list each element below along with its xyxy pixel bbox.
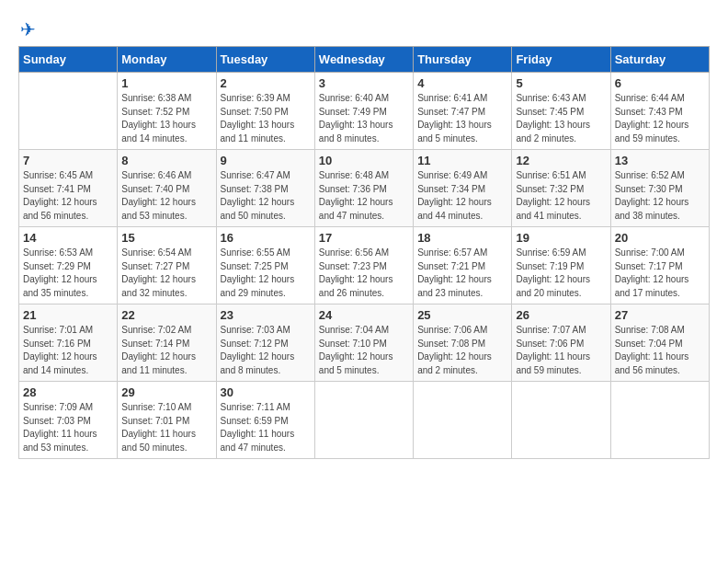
calendar-cell: 25 Sunrise: 7:06 AM Sunset: 7:08 PM Dayl… [414,304,512,382]
calendar-cell [414,382,512,459]
daylight-text: Daylight: 11 hours and 59 minutes. [516,351,590,375]
calendar-cell: 22 Sunrise: 7:02 AM Sunset: 7:14 PM Dayl… [118,304,216,382]
daylight-text: Daylight: 11 hours and 53 minutes. [23,429,97,453]
calendar-cell: 20 Sunrise: 7:00 AM Sunset: 7:17 PM Dayl… [610,227,709,304]
sunrise-text: Sunrise: 7:07 AM [516,325,586,335]
daylight-text: Daylight: 12 hours and 59 minutes. [615,120,689,144]
sunset-text: Sunset: 7:45 PM [516,107,584,117]
daylight-text: Daylight: 12 hours and 17 minutes. [615,274,689,298]
day-number: 1 [121,76,211,90]
calendar-cell: 30 Sunrise: 7:11 AM Sunset: 6:59 PM Dayl… [216,382,314,459]
daylight-text: Daylight: 12 hours and 50 minutes. [221,197,295,221]
sunset-text: Sunset: 7:41 PM [23,184,91,194]
day-info: Sunrise: 7:06 AM Sunset: 7:08 PM Dayligh… [417,324,507,377]
calendar-week-row: 21 Sunrise: 7:01 AM Sunset: 7:16 PM Dayl… [19,304,710,382]
calendar-cell: 8 Sunrise: 6:46 AM Sunset: 7:40 PM Dayli… [118,150,216,227]
calendar-cell: 1 Sunrise: 6:38 AM Sunset: 7:52 PM Dayli… [118,73,216,150]
day-info: Sunrise: 6:53 AM Sunset: 7:29 PM Dayligh… [23,247,113,300]
sunrise-text: Sunrise: 6:59 AM [516,247,586,258]
day-number: 27 [615,308,705,322]
calendar-cell: 3 Sunrise: 6:40 AM Sunset: 7:49 PM Dayli… [314,73,413,150]
weekday-header-wednesday: Wednesday [314,47,413,73]
sunrise-text: Sunrise: 6:46 AM [121,170,191,180]
calendar-cell: 24 Sunrise: 7:04 AM Sunset: 7:10 PM Dayl… [314,304,413,382]
day-number: 21 [23,308,113,322]
day-number: 10 [319,154,409,167]
sunset-text: Sunset: 7:27 PM [121,261,189,271]
sunrise-text: Sunrise: 6:41 AM [417,93,487,103]
sunrise-text: Sunrise: 7:11 AM [221,402,290,412]
sunset-text: Sunset: 7:03 PM [23,416,91,426]
day-number: 4 [417,76,507,90]
calendar-cell [19,73,118,150]
day-info: Sunrise: 6:52 AM Sunset: 7:30 PM Dayligh… [615,169,705,223]
day-number: 24 [319,308,409,322]
sunset-text: Sunset: 7:34 PM [417,184,485,194]
calendar-cell: 29 Sunrise: 7:10 AM Sunset: 7:01 PM Dayl… [118,382,216,459]
calendar-cell: 16 Sunrise: 6:55 AM Sunset: 7:25 PM Dayl… [216,227,314,304]
day-info: Sunrise: 6:55 AM Sunset: 7:25 PM Dayligh… [221,247,311,300]
day-info: Sunrise: 6:38 AM Sunset: 7:52 PM Dayligh… [121,92,211,145]
sunset-text: Sunset: 7:49 PM [319,107,387,117]
sunset-text: Sunset: 7:17 PM [615,261,683,271]
logo-bird-icon: ✈ [20,18,36,40]
daylight-text: Daylight: 12 hours and 5 minutes. [319,351,393,375]
daylight-text: Daylight: 13 hours and 14 minutes. [121,120,196,144]
daylight-text: Daylight: 12 hours and 38 minutes. [615,197,689,221]
daylight-text: Daylight: 13 hours and 8 minutes. [319,120,393,144]
day-number: 11 [417,154,507,167]
sunrise-text: Sunrise: 7:01 AM [23,325,93,335]
daylight-text: Daylight: 12 hours and 53 minutes. [121,197,196,221]
day-number: 26 [516,308,606,322]
calendar-cell: 11 Sunrise: 6:49 AM Sunset: 7:34 PM Dayl… [414,150,512,227]
calendar-cell: 17 Sunrise: 6:56 AM Sunset: 7:23 PM Dayl… [314,227,413,304]
calendar-cell: 7 Sunrise: 6:45 AM Sunset: 7:41 PM Dayli… [19,150,118,227]
daylight-text: Daylight: 13 hours and 11 minutes. [221,120,295,144]
daylight-text: Daylight: 12 hours and 56 minutes. [23,197,97,221]
sunset-text: Sunset: 7:01 PM [121,416,189,426]
sunrise-text: Sunrise: 6:39 AM [221,93,290,103]
day-number: 14 [23,231,113,245]
day-info: Sunrise: 6:59 AM Sunset: 7:19 PM Dayligh… [516,247,606,300]
sunset-text: Sunset: 7:14 PM [121,339,189,349]
day-number: 6 [615,76,705,90]
sunrise-text: Sunrise: 7:04 AM [319,325,389,335]
sunrise-text: Sunrise: 6:54 AM [121,247,191,258]
calendar-cell: 6 Sunrise: 6:44 AM Sunset: 7:43 PM Dayli… [610,73,709,150]
day-number: 15 [121,231,211,245]
sunrise-text: Sunrise: 6:47 AM [221,170,290,180]
sunrise-text: Sunrise: 6:57 AM [417,247,487,258]
day-number: 18 [417,231,507,245]
sunrise-text: Sunrise: 6:55 AM [221,247,290,258]
weekday-header-sunday: Sunday [19,47,118,73]
calendar-cell [314,382,413,459]
day-info: Sunrise: 7:08 AM Sunset: 7:04 PM Dayligh… [615,324,705,377]
daylight-text: Daylight: 13 hours and 2 minutes. [516,120,590,144]
sunset-text: Sunset: 7:08 PM [417,339,485,349]
day-number: 2 [221,76,311,90]
sunrise-text: Sunrise: 7:10 AM [121,402,191,412]
calendar-week-row: 14 Sunrise: 6:53 AM Sunset: 7:29 PM Dayl… [19,227,710,304]
calendar-cell: 2 Sunrise: 6:39 AM Sunset: 7:50 PM Dayli… [216,73,314,150]
daylight-text: Daylight: 12 hours and 20 minutes. [516,274,590,298]
day-number: 20 [615,231,705,245]
day-info: Sunrise: 7:01 AM Sunset: 7:16 PM Dayligh… [23,324,113,377]
calendar-cell: 21 Sunrise: 7:01 AM Sunset: 7:16 PM Dayl… [19,304,118,382]
day-number: 23 [221,308,311,322]
sunset-text: Sunset: 7:38 PM [221,184,289,194]
weekday-header-thursday: Thursday [414,47,512,73]
daylight-text: Daylight: 12 hours and 44 minutes. [417,197,492,221]
day-info: Sunrise: 6:44 AM Sunset: 7:43 PM Dayligh… [615,92,705,145]
sunset-text: Sunset: 7:36 PM [319,184,387,194]
calendar-week-row: 28 Sunrise: 7:09 AM Sunset: 7:03 PM Dayl… [19,382,710,459]
calendar-cell: 12 Sunrise: 6:51 AM Sunset: 7:32 PM Dayl… [512,150,610,227]
day-info: Sunrise: 6:46 AM Sunset: 7:40 PM Dayligh… [121,169,211,223]
daylight-text: Daylight: 12 hours and 26 minutes. [319,274,393,298]
day-number: 22 [121,308,211,322]
day-number: 13 [615,154,705,167]
page-header: ✈ [18,18,710,37]
daylight-text: Daylight: 12 hours and 32 minutes. [121,274,196,298]
day-info: Sunrise: 7:09 AM Sunset: 7:03 PM Dayligh… [23,401,113,454]
sunrise-text: Sunrise: 6:49 AM [417,170,487,180]
sunset-text: Sunset: 7:30 PM [615,184,683,194]
